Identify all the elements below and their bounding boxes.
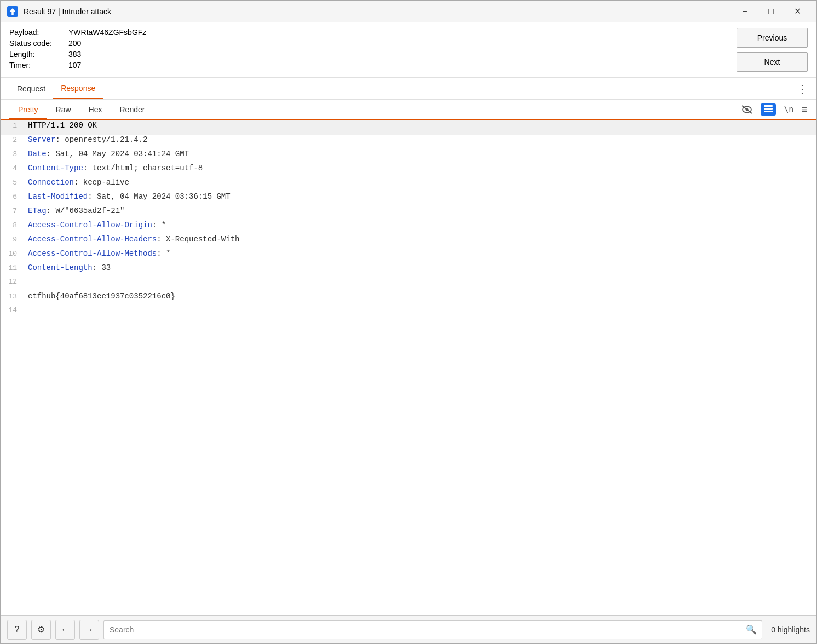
timer-label: Timer: bbox=[9, 61, 64, 70]
back-button[interactable]: ← bbox=[55, 620, 75, 640]
table-row: 11Content-Length: 33 bbox=[1, 263, 816, 277]
titlebar: Result 97 | Intruder attack − □ ✕ bbox=[1, 1, 816, 22]
settings-button[interactable]: ⚙ bbox=[31, 620, 51, 640]
table-row: 5Connection: keep-alive bbox=[1, 177, 816, 192]
window-title: Result 97 | Intruder attack bbox=[24, 7, 732, 16]
svg-marker-0 bbox=[10, 8, 16, 14]
table-row: 8Access-Control-Allow-Origin: * bbox=[1, 220, 816, 234]
payload-row: Payload: YWRtaW46ZGFsbGFz bbox=[9, 28, 737, 37]
response-content: 1HTTP/1.1 200 OK2Server: openresty/1.21.… bbox=[1, 120, 816, 615]
table-row: 1HTTP/1.1 200 OK bbox=[1, 120, 816, 135]
search-icon: 🔍 bbox=[746, 624, 757, 635]
table-row: 12 bbox=[1, 277, 816, 291]
table-row: 3Date: Sat, 04 May 2024 03:41:24 GMT bbox=[1, 149, 816, 163]
subtab-render[interactable]: Render bbox=[111, 101, 154, 118]
info-labels: Payload: YWRtaW46ZGFsbGFz Status code: 2… bbox=[9, 28, 737, 70]
table-row: 2Server: openresty/1.21.4.2 bbox=[1, 135, 816, 149]
close-button[interactable]: ✕ bbox=[785, 3, 810, 20]
table-row: 6Last-Modified: Sat, 04 May 2024 03:36:1… bbox=[1, 192, 816, 206]
highlights-count: 0 highlights bbox=[771, 625, 810, 634]
eye-off-icon[interactable] bbox=[741, 105, 753, 114]
payload-value: YWRtaW46ZGFsbGFz bbox=[68, 28, 146, 37]
timer-value: 107 bbox=[68, 61, 81, 70]
bottom-bar: ? ⚙ ← → 🔍 0 highlights bbox=[1, 615, 816, 643]
tab-request[interactable]: Request bbox=[9, 79, 53, 99]
window-controls: − □ ✕ bbox=[732, 3, 810, 20]
main-window: Result 97 | Intruder attack − □ ✕ Payloa… bbox=[0, 0, 817, 644]
subtab-toolbar: \n ≡ bbox=[741, 104, 808, 116]
table-icon[interactable] bbox=[761, 104, 776, 116]
help-button[interactable]: ? bbox=[7, 620, 27, 640]
search-container: 🔍 bbox=[103, 620, 762, 639]
search-input[interactable] bbox=[103, 620, 762, 639]
svg-rect-4 bbox=[764, 105, 773, 107]
subtab-raw[interactable]: Raw bbox=[47, 101, 80, 118]
nav-buttons: Previous Next bbox=[737, 28, 808, 72]
info-area: Payload: YWRtaW46ZGFsbGFz Status code: 2… bbox=[1, 22, 816, 78]
subtab-hex[interactable]: Hex bbox=[80, 101, 111, 118]
timer-row: Timer: 107 bbox=[9, 61, 737, 70]
tab-response[interactable]: Response bbox=[53, 78, 103, 99]
table-row: 9Access-Control-Allow-Headers: X-Request… bbox=[1, 234, 816, 249]
table-row: 7ETag: W/"6635ad2f-21" bbox=[1, 206, 816, 220]
next-button[interactable]: Next bbox=[737, 52, 808, 72]
forward-button[interactable]: → bbox=[79, 620, 99, 640]
length-value: 383 bbox=[68, 50, 81, 59]
hamburger-menu-icon[interactable]: ≡ bbox=[801, 104, 808, 116]
svg-rect-6 bbox=[764, 111, 773, 112]
table-row: 10Access-Control-Allow-Methods: * bbox=[1, 249, 816, 263]
subtab-pretty[interactable]: Pretty bbox=[9, 101, 47, 119]
subtabs: Pretty Raw Hex Render bbox=[1, 100, 816, 120]
length-label: Length: bbox=[9, 50, 64, 59]
newline-icon[interactable]: \n bbox=[784, 105, 793, 114]
main-tabs: Request Response ⋮ bbox=[1, 78, 816, 100]
status-code-label: Status code: bbox=[9, 39, 64, 48]
svg-rect-5 bbox=[764, 108, 773, 110]
table-row: 13ctfhub{40af6813ee1937c0352216c0} bbox=[1, 291, 816, 306]
payload-label: Payload: bbox=[9, 28, 64, 37]
table-row: 14 bbox=[1, 306, 816, 320]
more-options-icon[interactable]: ⋮ bbox=[797, 82, 808, 95]
status-code-value: 200 bbox=[68, 39, 81, 48]
previous-button[interactable]: Previous bbox=[737, 28, 808, 48]
minimize-button[interactable]: − bbox=[732, 3, 757, 20]
table-row: 4Content-Type: text/html; charset=utf-8 bbox=[1, 163, 816, 177]
app-icon bbox=[7, 6, 18, 17]
length-row: Length: 383 bbox=[9, 50, 737, 59]
status-code-row: Status code: 200 bbox=[9, 39, 737, 48]
maximize-button[interactable]: □ bbox=[758, 3, 784, 20]
